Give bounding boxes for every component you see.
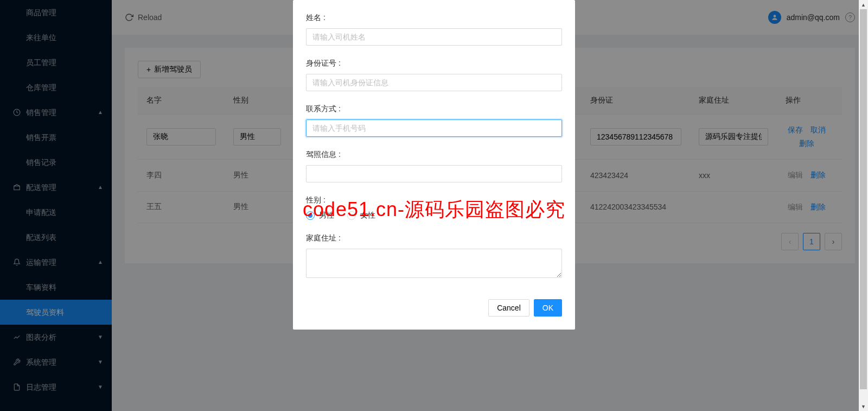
gender-male-label: 男性 [319, 211, 334, 220]
gender-label: 性别 : [306, 195, 562, 205]
license-input[interactable] [306, 165, 562, 182]
gender-female-label: 女性 [360, 211, 375, 220]
address-textarea[interactable] [306, 249, 562, 278]
contact-label: 联系方式 : [306, 104, 562, 114]
scrollbar[interactable]: ▲ ▼ [859, 0, 868, 411]
radio-unchecked-icon [347, 211, 356, 220]
gender-radio-group: 男性 女性 [306, 211, 562, 220]
cancel-button[interactable]: Cancel [488, 299, 529, 317]
license-label: 驾照信息 : [306, 150, 562, 160]
address-label: 家庭住址 : [306, 233, 562, 243]
modal-footer: Cancel OK [306, 299, 562, 317]
modal-overlay[interactable]: 姓名 : 身份证号 : 联系方式 : 驾照信息 : 性别 : 男性 女性 家庭住… [0, 0, 868, 411]
gender-female-radio[interactable]: 女性 [347, 211, 375, 220]
scroll-down-icon[interactable]: ▼ [859, 402, 868, 411]
driver-modal: 姓名 : 身份证号 : 联系方式 : 驾照信息 : 性别 : 男性 女性 家庭住… [293, 0, 575, 330]
name-input[interactable] [306, 28, 562, 46]
scrollbar-thumb[interactable] [860, 9, 867, 389]
name-label: 姓名 : [306, 13, 562, 23]
idcard-label: 身份证号 : [306, 59, 562, 68]
gender-male-radio[interactable]: 男性 [306, 211, 334, 220]
contact-input[interactable] [306, 119, 562, 137]
idcard-input[interactable] [306, 74, 562, 91]
radio-checked-icon [306, 211, 315, 220]
ok-button[interactable]: OK [534, 299, 562, 317]
scroll-up-icon[interactable]: ▲ [859, 0, 868, 9]
